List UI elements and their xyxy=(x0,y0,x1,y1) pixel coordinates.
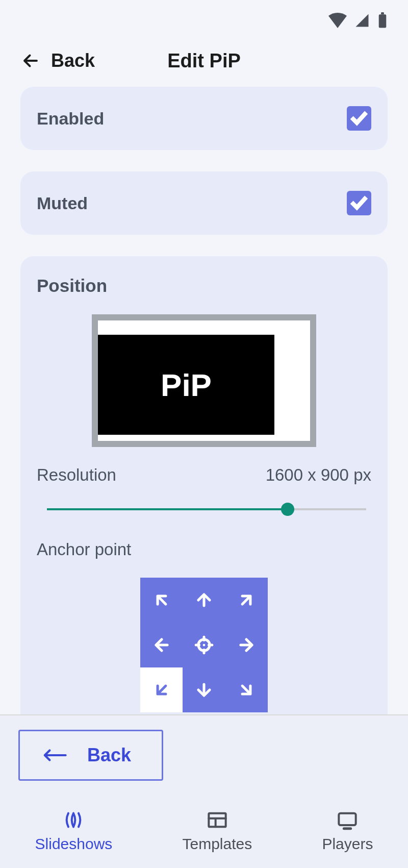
arrow-right-icon xyxy=(237,635,256,655)
svg-point-3 xyxy=(203,644,206,647)
check-icon xyxy=(350,194,368,212)
signal-icon xyxy=(354,13,370,28)
anchor-top-left[interactable] xyxy=(140,578,183,623)
enabled-checkbox[interactable] xyxy=(347,106,371,131)
arrow-up-left-icon xyxy=(152,590,171,610)
tab-slideshows[interactable]: Slideshows xyxy=(35,810,113,853)
slideshows-icon xyxy=(61,810,86,830)
templates-icon xyxy=(205,810,230,830)
back-button[interactable]: Back xyxy=(18,730,163,781)
tab-bar: Slideshows Templates Players xyxy=(0,794,408,868)
back-button-header[interactable]: Back xyxy=(20,50,95,71)
resolution-value: 1600 x 900 px xyxy=(266,465,371,485)
arrow-left-long-icon xyxy=(42,748,67,763)
muted-card: Muted xyxy=(20,171,388,235)
anchor-top-right[interactable] xyxy=(225,578,268,623)
tab-players-label: Players xyxy=(322,835,373,853)
svg-rect-5 xyxy=(339,813,356,825)
enabled-card: Enabled xyxy=(20,87,388,150)
anchor-point-label: Anchor point xyxy=(37,540,371,559)
muted-label: Muted xyxy=(37,193,88,213)
resolution-label: Resolution xyxy=(37,465,116,485)
anchor-bottom-right[interactable] xyxy=(225,667,268,712)
svg-rect-4 xyxy=(209,813,225,827)
back-button-label: Back xyxy=(87,745,131,766)
arrow-down-left-icon xyxy=(152,680,171,700)
arrow-up-right-icon xyxy=(237,590,256,610)
anchor-bottom[interactable] xyxy=(183,667,225,712)
enabled-label: Enabled xyxy=(37,109,104,129)
anchor-bottom-left[interactable] xyxy=(140,667,183,712)
screen: Back Edit PiP Enabled Muted Position PiP xyxy=(0,0,408,868)
tab-players[interactable]: Players xyxy=(322,810,373,853)
players-icon xyxy=(335,810,360,830)
arrow-down-icon xyxy=(194,680,214,700)
muted-checkbox[interactable] xyxy=(347,191,371,215)
bottom-action-bar: Back xyxy=(0,714,408,794)
wifi-icon xyxy=(328,13,347,28)
resolution-slider[interactable] xyxy=(37,499,371,519)
arrow-down-right-icon xyxy=(237,680,256,700)
header: Back Edit PiP xyxy=(0,41,408,87)
pip-box[interactable]: PiP xyxy=(98,335,274,435)
svg-rect-0 xyxy=(379,14,387,28)
position-title: Position xyxy=(37,276,371,296)
svg-rect-1 xyxy=(381,12,384,14)
anchor-grid xyxy=(140,578,268,712)
arrow-up-icon xyxy=(194,590,214,610)
anchor-top[interactable] xyxy=(183,578,225,623)
status-bar xyxy=(0,0,408,41)
target-icon xyxy=(194,635,214,655)
anchor-left[interactable] xyxy=(140,623,183,667)
position-card: Position PiP Resolution 1600 x 900 px An… xyxy=(20,256,388,727)
anchor-center[interactable] xyxy=(183,623,225,667)
battery-icon xyxy=(377,12,388,29)
arrow-left-icon xyxy=(20,52,41,70)
tab-templates-label: Templates xyxy=(182,835,252,853)
check-icon xyxy=(350,110,368,127)
arrow-left-icon xyxy=(152,635,171,655)
page-title: Edit PiP xyxy=(167,50,241,72)
resolution-row: Resolution 1600 x 900 px xyxy=(37,465,371,485)
tab-templates[interactable]: Templates xyxy=(182,810,252,853)
back-label: Back xyxy=(51,50,95,71)
slider-fill xyxy=(47,508,294,510)
anchor-right[interactable] xyxy=(225,623,268,667)
tab-slideshows-label: Slideshows xyxy=(35,835,113,853)
pip-preview[interactable]: PiP xyxy=(92,314,316,447)
slider-thumb[interactable] xyxy=(281,503,294,516)
